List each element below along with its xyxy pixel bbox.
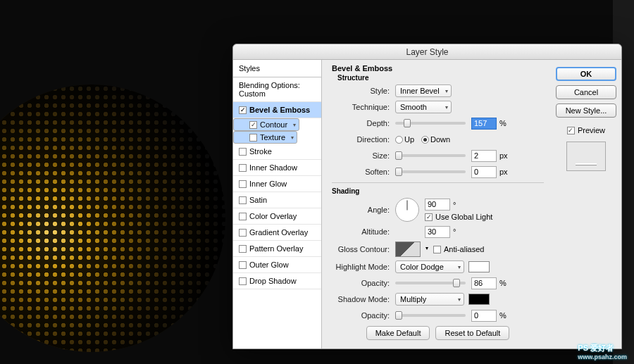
style-checkbox[interactable] xyxy=(239,245,247,253)
direction-up-radio[interactable] xyxy=(395,136,403,144)
angle-input[interactable]: 90 xyxy=(425,199,450,211)
style-label: Outer Glow xyxy=(249,261,289,269)
style-label: Contour xyxy=(260,120,287,129)
style-checkbox[interactable] xyxy=(239,229,247,237)
cancel-button[interactable]: Cancel xyxy=(556,85,616,99)
altitude-label: Altitude: xyxy=(332,227,395,236)
highlight-opacity-input[interactable]: 86 xyxy=(471,277,497,289)
shading-title: Shading xyxy=(332,187,544,195)
style-label: Satin xyxy=(249,196,267,204)
style-checkbox[interactable] xyxy=(239,261,247,269)
style-checkbox[interactable] xyxy=(249,134,257,142)
style-row-pattern-overlay[interactable]: Pattern Overlay xyxy=(233,241,321,257)
direction-down-label: Down xyxy=(430,135,450,144)
size-slider[interactable] xyxy=(395,154,466,157)
highlight-mode-label: Highlight Mode: xyxy=(332,263,395,271)
gloss-contour-picker[interactable] xyxy=(395,241,421,257)
style-label: Pattern Overlay xyxy=(249,244,303,253)
layer-style-dialog: Layer Style Styles Blending Options: Cus… xyxy=(232,44,622,349)
global-light-checkbox[interactable] xyxy=(425,213,433,221)
depth-input[interactable]: 157 xyxy=(471,118,497,130)
style-checkbox[interactable] xyxy=(249,121,257,129)
angle-dial[interactable] xyxy=(395,198,419,222)
style-label: Style: xyxy=(332,87,395,95)
shadow-mode-select[interactable]: Multiply xyxy=(395,293,464,306)
new-style-button[interactable]: New Style... xyxy=(556,103,616,118)
style-label: Bevel & Emboss xyxy=(249,106,310,114)
style-row-texture[interactable]: Texture xyxy=(233,131,297,144)
angle-unit: ° xyxy=(453,201,456,209)
technique-select[interactable]: Smooth xyxy=(395,101,452,113)
shadow-mode-label: Shadow Mode: xyxy=(332,295,395,303)
shadow-opacity-slider[interactable] xyxy=(395,314,466,317)
highlight-opacity-label: Opacity: xyxy=(332,279,395,287)
style-label: Color Overlay xyxy=(249,212,297,220)
antialiased-label: Anti-aliased xyxy=(444,245,484,253)
highlight-opacity-slider[interactable] xyxy=(395,282,466,284)
shadow-color-swatch[interactable] xyxy=(468,294,490,305)
style-row-inner-glow[interactable]: Inner Glow xyxy=(233,176,321,192)
style-label: Inner Shadow xyxy=(249,163,297,172)
highlight-color-swatch[interactable] xyxy=(468,261,490,272)
size-unit: px xyxy=(499,151,508,160)
style-row-drop-shadow[interactable]: Drop Shadow xyxy=(233,273,321,289)
altitude-input[interactable]: 30 xyxy=(425,226,450,238)
bevel-settings-panel: Bevel & Emboss Structure Style: Inner Be… xyxy=(322,60,551,349)
blending-options-row[interactable]: Blending Options: Custom xyxy=(233,77,321,102)
altitude-unit: ° xyxy=(453,227,456,236)
make-default-button[interactable]: Make Default xyxy=(366,326,430,340)
depth-label: Depth: xyxy=(332,119,395,127)
style-row-gradient-overlay[interactable]: Gradient Overlay xyxy=(233,225,321,241)
style-row-stroke[interactable]: Stroke xyxy=(233,144,321,160)
highlight-mode-select[interactable]: Color Dodge xyxy=(395,261,464,273)
soften-label: Soften: xyxy=(332,168,395,176)
style-label: Texture xyxy=(260,133,285,142)
reset-default-button[interactable]: Reset to Default xyxy=(435,326,509,340)
style-row-outer-glow[interactable]: Outer Glow xyxy=(233,257,321,273)
styles-header[interactable]: Styles xyxy=(233,60,321,77)
direction-down-radio[interactable] xyxy=(421,136,429,144)
global-light-label: Use Global Light xyxy=(435,213,492,221)
style-select[interactable]: Inner Bevel xyxy=(395,84,452,97)
structure-title: Structure xyxy=(337,74,544,82)
shadow-opacity-label: Opacity: xyxy=(332,311,395,320)
depth-slider[interactable] xyxy=(395,122,466,125)
technique-label: Technique: xyxy=(332,103,395,111)
preview-thumbnail xyxy=(566,142,606,171)
style-row-contour[interactable]: Contour xyxy=(233,118,299,131)
style-label: Drop Shadow xyxy=(249,277,297,285)
size-input[interactable]: 2 xyxy=(471,150,497,162)
style-row-satin[interactable]: Satin xyxy=(233,192,321,208)
style-checkbox[interactable] xyxy=(239,164,247,172)
style-checkbox[interactable] xyxy=(239,148,247,156)
dialog-buttons: OK Cancel New Style... Preview xyxy=(551,60,621,349)
style-checkbox[interactable] xyxy=(239,213,247,220)
style-checkbox[interactable] xyxy=(239,106,247,114)
direction-up-label: Up xyxy=(404,135,414,144)
style-row-color-overlay[interactable]: Color Overlay xyxy=(233,208,321,225)
soften-input[interactable]: 0 xyxy=(471,166,497,178)
style-label: Stroke xyxy=(249,147,272,156)
soften-slider[interactable] xyxy=(395,170,466,173)
styles-list: Styles Blending Options: Custom Bevel & … xyxy=(233,60,322,349)
style-checkbox[interactable] xyxy=(239,277,247,285)
style-row-inner-shadow[interactable]: Inner Shadow xyxy=(233,160,321,176)
angle-label: Angle: xyxy=(332,206,395,214)
divider xyxy=(332,182,544,183)
style-checkbox[interactable] xyxy=(239,196,247,204)
shadow-opacity-input[interactable]: 0 xyxy=(471,310,497,322)
size-label: Size: xyxy=(332,151,395,160)
background-sphere xyxy=(0,84,225,352)
watermark: PS 爱好者 www.psahz.com xyxy=(578,341,627,360)
antialiased-checkbox[interactable] xyxy=(433,246,441,253)
style-row-bevel-emboss[interactable]: Bevel & Emboss xyxy=(233,102,321,118)
preview-checkbox[interactable] xyxy=(567,127,575,134)
depth-unit: % xyxy=(499,119,506,127)
style-checkbox[interactable] xyxy=(239,180,247,188)
style-label: Gradient Overlay xyxy=(249,228,308,237)
dialog-titlebar: Layer Style xyxy=(233,44,621,60)
ok-button[interactable]: OK xyxy=(556,67,616,81)
soften-unit: px xyxy=(499,168,508,176)
highlight-opacity-unit: % xyxy=(499,279,506,287)
direction-label: Direction: xyxy=(332,135,395,144)
